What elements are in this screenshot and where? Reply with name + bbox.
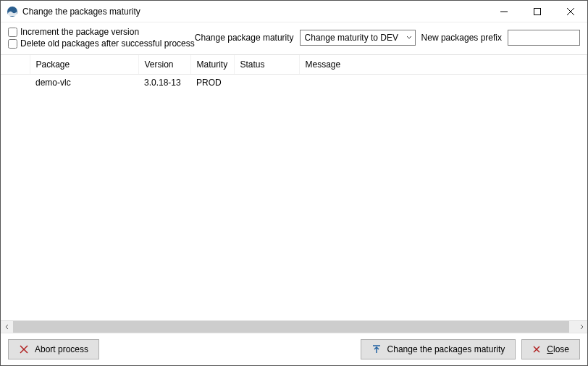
prefix-label: New packages prefix bbox=[421, 33, 502, 43]
close-window-button[interactable] bbox=[554, 1, 587, 22]
cell-status bbox=[234, 75, 299, 91]
cell-maturity: PROD bbox=[190, 75, 234, 91]
delete-old-checkbox[interactable]: Delete old packages after successful pro… bbox=[8, 38, 195, 49]
minimize-button[interactable] bbox=[487, 1, 521, 22]
footer: Abort process Change the packages maturi… bbox=[1, 333, 587, 365]
options-right: Change package maturity Change maturity … bbox=[195, 27, 580, 49]
scrollbar-thumb[interactable] bbox=[13, 321, 569, 333]
maturity-combobox-value: Change maturity to DEV bbox=[305, 33, 398, 43]
options-bar: Increment the package version Delete old… bbox=[1, 22, 587, 55]
app-icon bbox=[7, 6, 18, 17]
scrollbar-track[interactable] bbox=[13, 321, 575, 333]
column-header-message[interactable]: Message bbox=[299, 55, 587, 75]
column-header-status[interactable]: Status bbox=[234, 55, 299, 75]
prefix-input[interactable] bbox=[508, 30, 580, 46]
column-header-spacer[interactable] bbox=[1, 55, 30, 75]
delete-old-input[interactable] bbox=[8, 39, 17, 49]
abort-process-button[interactable]: Abort process bbox=[8, 339, 99, 359]
packages-table[interactable]: Package Version Maturity Status Message … bbox=[1, 55, 587, 320]
cell-message bbox=[299, 75, 587, 91]
cancel-icon bbox=[19, 344, 29, 354]
dialog-window: Change the packages maturity Increment t… bbox=[0, 0, 588, 366]
delete-old-label: Delete old packages after successful pro… bbox=[20, 38, 195, 49]
horizontal-scrollbar[interactable] bbox=[1, 320, 587, 333]
maturity-combobox[interactable]: Change maturity to DEV bbox=[300, 30, 416, 46]
increment-version-input[interactable] bbox=[8, 28, 17, 37]
window-controls bbox=[487, 1, 587, 22]
svg-rect-2 bbox=[534, 8, 541, 14]
cell-version: 3.0.18-13 bbox=[138, 75, 190, 91]
increment-version-checkbox[interactable]: Increment the package version bbox=[8, 27, 195, 37]
table-row[interactable]: demo-vlc 3.0.18-13 PROD bbox=[1, 75, 587, 91]
abort-process-label: Abort process bbox=[35, 344, 88, 354]
column-header-package[interactable]: Package bbox=[30, 55, 138, 75]
column-header-maturity[interactable]: Maturity bbox=[190, 55, 234, 75]
table-wrap: Package Version Maturity Status Message … bbox=[1, 55, 587, 333]
table-header-row: Package Version Maturity Status Message bbox=[1, 55, 587, 75]
close-button-label: Close bbox=[547, 344, 569, 354]
cell-package: demo-vlc bbox=[30, 75, 138, 91]
change-maturity-button-label: Change the packages maturity bbox=[387, 344, 505, 354]
maximize-button[interactable] bbox=[521, 1, 554, 22]
upload-arrow-icon bbox=[371, 344, 382, 354]
change-maturity-button[interactable]: Change the packages maturity bbox=[361, 339, 516, 359]
column-header-version[interactable]: Version bbox=[138, 55, 190, 75]
chevron-down-icon bbox=[406, 33, 412, 43]
scroll-left-arrow-icon[interactable] bbox=[1, 321, 13, 333]
close-icon bbox=[532, 345, 541, 354]
title-bar: Change the packages maturity bbox=[1, 1, 587, 22]
increment-version-label: Increment the package version bbox=[20, 27, 139, 37]
change-maturity-label: Change package maturity bbox=[195, 33, 294, 43]
window-title: Change the packages maturity bbox=[22, 7, 487, 17]
options-left: Increment the package version Delete old… bbox=[8, 27, 195, 49]
scroll-right-arrow-icon[interactable] bbox=[575, 321, 587, 333]
close-button[interactable]: Close bbox=[521, 339, 580, 359]
